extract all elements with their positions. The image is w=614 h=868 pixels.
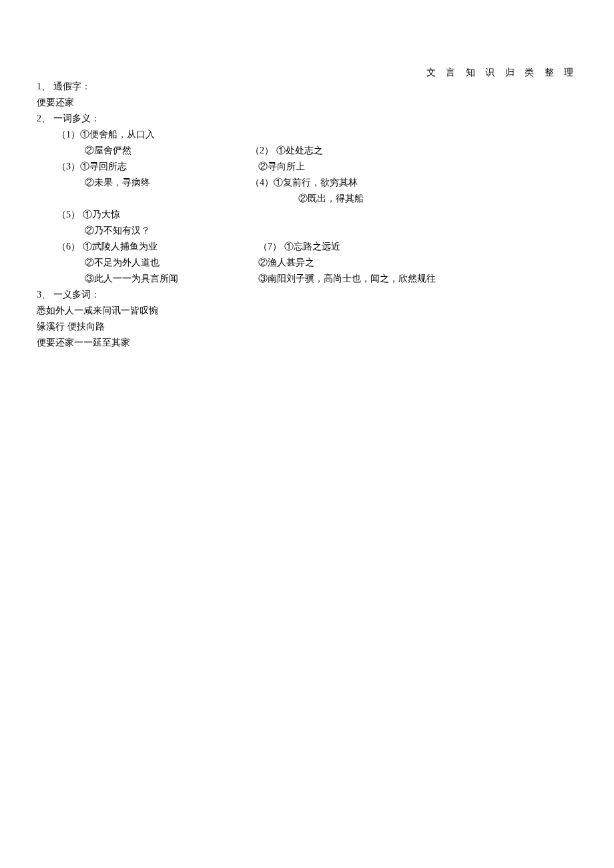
section-3-line1: 悉如外人一咸来问讯一皆叹惋 [37,303,436,319]
spacer [250,207,436,223]
spacer [250,127,436,143]
section-1-line: 便要还家 [37,95,436,111]
item-2-b: ②寻向所上 [250,159,436,175]
section-3-heading: 3、 一义多词： [37,287,436,303]
item-5-a: （5） ①乃大惊 [37,207,250,223]
section-2-heading: 2、 一词多义： [37,111,436,127]
item-6-c: ③此人一一为具言所闻 [37,271,250,287]
section-3-line3: 便要还家一一延至其家 [37,335,436,351]
item-7-a: （7） ①忘路之远近 [250,239,436,255]
item-1-b: ②屋舍俨然 [37,143,250,159]
page-header: 文 言 知 识 归 类 整 理 [426,67,578,79]
item-7-b: ②渔人甚异之 [250,255,436,271]
item-6-a: （6） ①武陵人捕鱼为业 [37,239,250,255]
section-1-heading: 1、 通假字： [37,79,436,95]
item-4-b: ②既出，得其船 [250,191,436,207]
item-3-b: ②未果，寻病终 [37,175,250,191]
item-4-a: （4）①复前行，欲穷其林 [250,175,436,191]
item-2-a: （2） ①处处志之 [250,143,436,159]
item-5-b: ②乃不知有汉？ [37,223,250,239]
section-3-line2: 缘溪行 便扶向路 [37,319,436,335]
document-body: 1、 通假字： 便要还家 2、 一词多义： （1）①便舍船，从口入 ②屋舍俨然 … [37,79,436,351]
item-1-a: （1）①便舍船，从口入 [37,127,250,143]
item-6-b: ②不足为外人道也 [37,255,250,271]
item-7-c: ③南阳刘子骥，高尚士也，闻之，欣然规往 [250,271,436,287]
item-3-a: （3）①寻回所志 [37,159,250,175]
spacer [250,223,436,239]
